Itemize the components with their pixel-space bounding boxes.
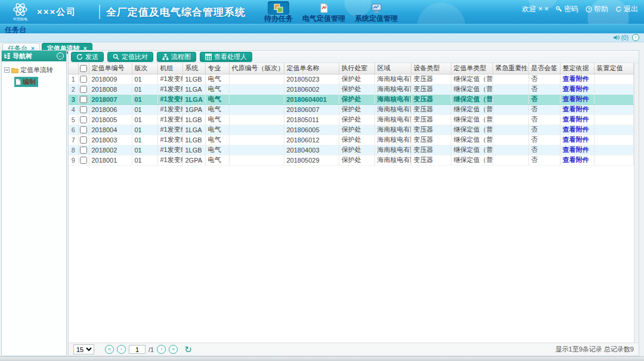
table-row[interactable]: 9201800101#1发变组2GPA电气201805029保护处海南核电有限公… [69, 155, 634, 165]
total-pages-label: /1 [148, 346, 154, 353]
cell: 保护处 [339, 155, 374, 165]
row-checkbox[interactable] [80, 147, 87, 154]
records-summary: 显示1至9条记录 总记录数9 [556, 345, 634, 354]
view-attachment-link[interactable]: 查看附件 [563, 156, 589, 163]
cell: 否 [528, 74, 560, 84]
column-header[interactable]: 执行处室 [339, 63, 374, 74]
vertical-scrollbar[interactable] [634, 63, 639, 343]
column-header[interactable]: 版次 [132, 63, 157, 74]
column-header[interactable]: 定值单名称 [284, 63, 339, 74]
menu-item-todo-tasks[interactable]: 待办任务 [264, 1, 293, 23]
cell [229, 104, 284, 114]
view-handlers-button[interactable]: 查看处理人 [200, 52, 252, 62]
first-page-button[interactable]: « [105, 345, 114, 354]
cell: 电气 [205, 74, 229, 84]
cell: 变压器 [411, 74, 451, 84]
menu-item-system-setting[interactable]: 系统定值管理 [355, 1, 398, 23]
cell [229, 114, 284, 125]
button-label: 发送 [85, 52, 98, 61]
logout-icon [615, 6, 622, 13]
cell [594, 114, 634, 125]
scroll-top-icon[interactable]: ↑ [632, 34, 639, 41]
password-link[interactable]: 密码 [556, 4, 578, 14]
logout-link[interactable]: 退出 [615, 4, 638, 14]
cell: 01 [132, 155, 157, 165]
tree-node-root[interactable]: 定值单流转 [4, 66, 64, 74]
view-attachment-link[interactable]: 查看附件 [563, 116, 589, 123]
cell [493, 145, 528, 155]
cell: 否 [528, 114, 560, 125]
view-attachment-link[interactable]: 查看附件 [563, 85, 589, 92]
view-attachment-link[interactable]: 查看附件 [563, 95, 589, 102]
column-header[interactable]: 机组 [157, 63, 182, 74]
tab-bar: 任务台 × 定值单流转 × [0, 42, 644, 50]
column-header[interactable]: 装置定值 [594, 63, 634, 74]
table-row[interactable]: 1201800901#1发变组1LGB电气201805023保护处海南核电有限公… [69, 74, 634, 84]
column-header[interactable]: 定值单类型 [451, 63, 493, 74]
row-checkbox[interactable] [80, 157, 87, 164]
cell: 电气 [205, 84, 229, 94]
page-size-select[interactable]: 15 [73, 344, 94, 354]
cell [229, 74, 284, 84]
view-attachment-link[interactable]: 查看附件 [563, 75, 589, 82]
last-page-button[interactable]: » [169, 345, 178, 354]
table-row[interactable]: 3201800701#1发变组1LGA电气20180604001保护处海南核电有… [69, 94, 634, 104]
select-all-checkbox[interactable] [80, 65, 87, 72]
next-page-button[interactable]: › [157, 345, 166, 354]
row-number: 9 [69, 155, 78, 165]
column-header[interactable]: 区域 [374, 63, 411, 74]
column-header[interactable]: 专业 [205, 63, 229, 74]
menu-item-label: 待办任务 [264, 15, 293, 23]
prev-page-button[interactable]: ‹ [117, 345, 126, 354]
row-checkbox[interactable] [80, 96, 87, 103]
flowchart-button[interactable]: 流程图 [157, 52, 196, 62]
column-header[interactable]: 定值单编号 [89, 63, 132, 74]
table-row[interactable]: 4201800601#1发变组1GPA电气201806007保护处海南核电有限公… [69, 104, 634, 114]
row-checkbox[interactable] [80, 116, 87, 123]
cell: 2018003 [89, 135, 132, 145]
cell: 查看附件 [560, 145, 594, 155]
search-icon [113, 54, 119, 60]
row-checkbox[interactable] [80, 136, 87, 144]
column-header[interactable]: 代原编号（版次） [229, 63, 284, 74]
column-header[interactable]: 紧急重要性 [493, 63, 528, 74]
folder-icon [11, 67, 18, 73]
cell [493, 125, 528, 135]
cell: 01 [132, 94, 157, 104]
cell [594, 155, 634, 165]
table-row[interactable]: 2201800801#1发变组1LGA电气201806002保护处海南核电有限公… [69, 84, 634, 94]
menu-item-electrical-setting[interactable]: 电气定值管理 [302, 1, 345, 23]
tree-expander-icon[interactable] [4, 67, 10, 73]
cell: 继保定值（普通） [451, 84, 493, 94]
table-row[interactable]: 7201800301#1发变组1LGB电气201806012保护处海南核电有限公… [69, 135, 634, 145]
view-attachment-link[interactable]: 查看附件 [563, 136, 589, 143]
view-attachment-link[interactable]: 查看附件 [563, 146, 589, 153]
send-button[interactable]: 发送 [71, 52, 104, 62]
cell: 1GPA [182, 104, 205, 114]
compare-settings-button[interactable]: 定值比对 [107, 52, 153, 62]
view-attachment-link[interactable]: 查看附件 [563, 105, 589, 113]
sound-notice[interactable]: (0) [613, 35, 628, 41]
refresh-icon[interactable]: ↻ [184, 345, 192, 354]
row-checkbox[interactable] [80, 126, 87, 133]
row-number: 6 [69, 125, 78, 135]
view-attachment-link[interactable]: 查看附件 [563, 126, 589, 133]
row-checkbox[interactable] [80, 106, 87, 113]
cell: 保护处 [339, 104, 374, 114]
current-page-input[interactable] [129, 345, 145, 354]
row-number: 4 [69, 104, 78, 114]
column-header[interactable]: 系统 [182, 63, 205, 74]
sidebar-collapse-icon[interactable]: ← [57, 52, 64, 60]
cell: 海南核电有限公司 [374, 94, 411, 104]
column-header[interactable]: 是否会签 [528, 63, 560, 74]
table-row[interactable]: 8201800201#1发变组1LGB电气201804003保护处海南核电有限公… [69, 145, 634, 155]
row-number: 5 [69, 114, 78, 125]
column-header[interactable]: 设备类型 [411, 63, 451, 74]
column-header[interactable]: 整定依据 [560, 63, 594, 74]
row-checkbox[interactable] [80, 86, 87, 93]
help-link[interactable]: ? 帮助 [586, 4, 608, 14]
tree-node-compile[interactable]: 编制 [14, 77, 38, 87]
row-checkbox[interactable] [80, 76, 87, 83]
table-row[interactable]: 5201800501#1发变组1LGB电气201805011保护处海南核电有限公… [69, 114, 634, 125]
table-row[interactable]: 6201800401#1发变组1LGA电气201806005保护处海南核电有限公… [69, 125, 634, 135]
